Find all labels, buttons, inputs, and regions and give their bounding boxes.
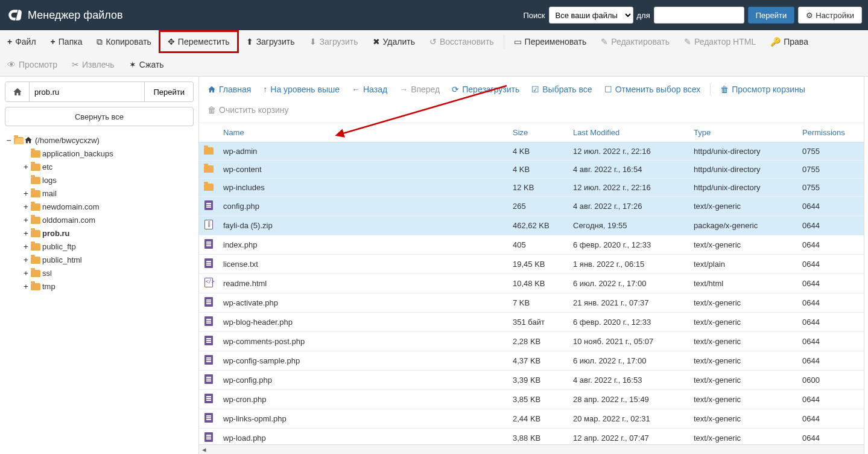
tree-node[interactable]: +newdomain.com bbox=[22, 200, 194, 213]
col-type[interactable]: Type bbox=[689, 123, 797, 142]
cell-type: text/plain bbox=[689, 255, 797, 274]
tree-toggle-icon[interactable]: + bbox=[22, 216, 30, 225]
tree-toggle-icon[interactable]: + bbox=[22, 162, 30, 171]
tree-node[interactable]: +public_ftp bbox=[22, 240, 194, 253]
table-row[interactable]: index.php4056 февр. 2020 г., 12:33text/x… bbox=[199, 235, 864, 255]
table-row[interactable]: wp-config-sample.php4,37 KB6 июл. 2022 г… bbox=[199, 351, 864, 371]
table-row[interactable]: wp-activate.php7 KB21 янв. 2021 г., 07:3… bbox=[199, 293, 864, 313]
cell-modified: 12 апр. 2022 г., 07:47 bbox=[568, 429, 689, 445]
table-row[interactable]: wp-admin4 KB12 июл. 2022 г., 22:16httpd/… bbox=[199, 142, 864, 161]
cell-perms: 0644 bbox=[797, 409, 864, 429]
path-input[interactable] bbox=[30, 82, 144, 101]
ft-back-button[interactable]: ←Назад bbox=[346, 80, 393, 98]
tree-toggle-icon[interactable]: + bbox=[22, 282, 30, 291]
cell-perms: 0755 bbox=[797, 179, 864, 197]
compress-button[interactable]: ✶Сжать bbox=[122, 53, 171, 76]
horizontal-scrollbar[interactable]: ◂ bbox=[199, 444, 864, 454]
rename-button[interactable]: ▭Переименовать bbox=[507, 30, 594, 53]
table-row[interactable]: wp-config.php3,39 KB4 авг. 2022 г., 16:5… bbox=[199, 371, 864, 390]
ft-home-button[interactable]: Главная bbox=[201, 80, 257, 98]
tree-toggle-icon[interactable]: + bbox=[22, 229, 30, 238]
eye-icon: 👁 bbox=[7, 60, 16, 69]
col-icon[interactable] bbox=[199, 123, 218, 142]
tree-toggle-icon[interactable]: + bbox=[22, 202, 30, 211]
ft-reload-button[interactable]: ⟳Перезагрузить bbox=[446, 80, 525, 98]
table-row[interactable]: wp-includes12 KB12 июл. 2022 г., 22:16ht… bbox=[199, 179, 864, 197]
tree-toggle-icon[interactable]: + bbox=[22, 242, 30, 251]
folder-icon bbox=[30, 269, 41, 277]
table-row[interactable]: wp-links-opml.php2,44 KB20 мар. 2022 г.,… bbox=[199, 409, 864, 429]
table-row[interactable]: wp-load.php3,88 KB12 апр. 2022 г., 07:47… bbox=[199, 429, 864, 445]
path-home-button[interactable] bbox=[5, 82, 30, 101]
ft-view-trash-button[interactable]: 🗑Просмотр корзины bbox=[714, 80, 811, 98]
tree-toggle-icon[interactable]: + bbox=[22, 255, 30, 264]
delete-button[interactable]: ✖Удалить bbox=[366, 30, 422, 53]
cell-perms: 0644 bbox=[797, 313, 864, 332]
search-input[interactable] bbox=[654, 7, 744, 24]
cell-name: wp-includes bbox=[218, 179, 508, 197]
cell-perms: 0755 bbox=[797, 142, 864, 161]
ft-up-button[interactable]: ↑На уровень выше bbox=[257, 80, 346, 98]
permissions-label: Права bbox=[784, 37, 808, 46]
path-go-button[interactable]: Перейти bbox=[144, 82, 193, 101]
move-button[interactable]: ✥Переместить bbox=[159, 30, 239, 53]
collapse-all-button[interactable]: Свернуть все bbox=[5, 107, 194, 126]
extract-icon: ✂ bbox=[72, 60, 79, 69]
gear-icon: ⚙ bbox=[806, 11, 813, 20]
tree-node-label: newdomain.com bbox=[42, 202, 100, 211]
tree-node[interactable]: +prob.ru bbox=[22, 226, 194, 240]
file-table-wrap[interactable]: Name Size Last Modified Type Permissions… bbox=[199, 123, 864, 444]
table-row[interactable]: license.txt19,45 KB1 янв. 2022 г., 06:15… bbox=[199, 255, 864, 274]
scroll-left-arrow[interactable]: ◂ bbox=[199, 445, 209, 454]
table-row[interactable]: readme.html10,48 KB6 июл. 2022 г., 17:00… bbox=[199, 274, 864, 293]
tree-toggle-icon[interactable]: + bbox=[22, 269, 30, 278]
folder-icon bbox=[199, 161, 218, 179]
table-row[interactable]: fayli-da (5).zip462,62 KBСегодня, 19:55p… bbox=[199, 216, 864, 235]
cell-type: text/x-generic bbox=[689, 429, 797, 445]
table-header-row: Name Size Last Modified Type Permissions bbox=[199, 123, 864, 142]
ft-unselect-all-button[interactable]: ☐Отменить выбор всех bbox=[598, 80, 707, 98]
tree-node[interactable]: application_backups bbox=[22, 147, 194, 160]
settings-button[interactable]: ⚙ Настройки bbox=[798, 7, 862, 24]
new-folder-button[interactable]: +Папка bbox=[43, 30, 90, 53]
copy-button[interactable]: ⧉Копировать bbox=[89, 30, 158, 53]
table-row[interactable]: wp-blog-header.php351 байт6 февр. 2020 г… bbox=[199, 313, 864, 332]
col-modified[interactable]: Last Modified bbox=[568, 123, 689, 142]
folder-icon bbox=[30, 202, 41, 211]
cell-modified: 10 нояб. 2021 г., 05:07 bbox=[568, 332, 689, 351]
new-file-button[interactable]: +Файл bbox=[0, 30, 43, 53]
tree-toggle-icon[interactable]: + bbox=[22, 189, 30, 198]
search-scope-select[interactable]: Все ваши файлы bbox=[549, 7, 633, 24]
table-row[interactable]: config.php2654 авг. 2022 г., 17:26text/x… bbox=[199, 197, 864, 216]
table-row[interactable]: wp-cron.php3,85 KB28 апр. 2022 г., 15:49… bbox=[199, 390, 864, 409]
tree-node[interactable]: +public_html bbox=[22, 253, 194, 266]
table-row[interactable]: wp-content4 KB4 авг. 2022 г., 16:54httpd… bbox=[199, 161, 864, 179]
cell-modified: 6 июл. 2022 г., 17:00 bbox=[568, 274, 689, 293]
tree-root[interactable]: − (/home/bwcycxzw) bbox=[5, 133, 194, 147]
cell-size: 351 байт bbox=[508, 313, 568, 332]
tree-node[interactable]: +ssl bbox=[22, 266, 194, 280]
table-row[interactable]: wp-comments-post.php2,28 KB10 нояб. 2021… bbox=[199, 332, 864, 351]
move-label: Переместить bbox=[178, 37, 230, 46]
col-name[interactable]: Name bbox=[218, 123, 508, 142]
col-perms[interactable]: Permissions bbox=[797, 123, 864, 142]
search-go-button[interactable]: Перейти bbox=[748, 7, 795, 24]
folder-icon bbox=[30, 176, 41, 184]
cell-name: wp-config-sample.php bbox=[218, 351, 508, 371]
cell-modified: 4 авг. 2022 г., 16:54 bbox=[568, 161, 689, 179]
ft-select-all-button[interactable]: ☑Выбрать все bbox=[525, 80, 598, 98]
tree-node[interactable]: +etc bbox=[22, 160, 194, 173]
col-size[interactable]: Size bbox=[508, 123, 568, 142]
html-icon bbox=[199, 274, 218, 293]
tree-node[interactable]: logs bbox=[22, 173, 194, 187]
tree-toggle-icon[interactable]: − bbox=[5, 136, 13, 145]
extract-button: ✂Извлечь bbox=[65, 53, 122, 76]
permissions-button[interactable]: 🔑Права bbox=[763, 30, 816, 53]
upload-button[interactable]: ⬆Загрузить bbox=[239, 30, 302, 53]
tree-node[interactable]: +mail bbox=[22, 187, 194, 200]
download-label: Загрузить bbox=[320, 37, 358, 46]
cell-size: 462,62 KB bbox=[508, 216, 568, 235]
tree-node[interactable]: +olddomain.com bbox=[22, 213, 194, 226]
cell-size: 3,39 KB bbox=[508, 371, 568, 390]
tree-node[interactable]: +tmp bbox=[22, 280, 194, 293]
